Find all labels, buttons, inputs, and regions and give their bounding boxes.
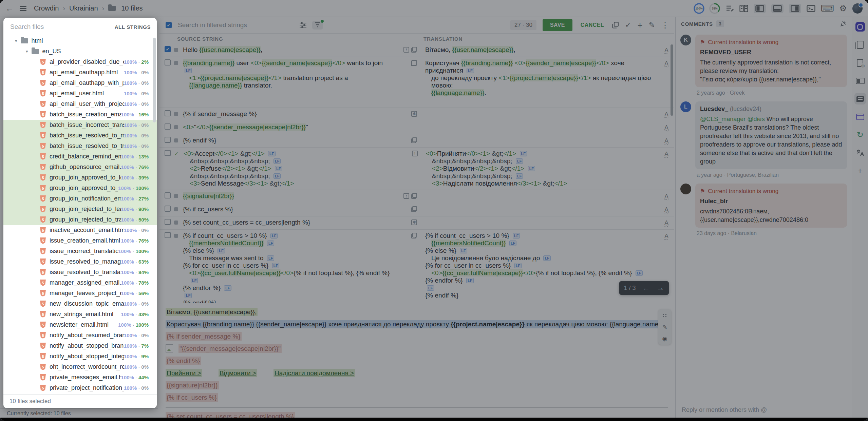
approved-percent: 0% <box>141 385 149 391</box>
file-row[interactable]: 5credit_balance_remind_email.h...100%·13… <box>3 151 157 162</box>
dot-separator: · <box>135 112 137 117</box>
html-file-icon: 5 <box>40 216 46 223</box>
dot-separator: · <box>138 122 140 128</box>
all-strings-button[interactable]: ALL STRINGS <box>115 24 151 30</box>
html-file-icon: 5 <box>40 364 46 370</box>
file-row[interactable]: 5batch_issue_resolved_to_transla...100%·… <box>3 141 157 151</box>
file-row[interactable]: 5github_opensource_email.html100%·76% <box>3 162 157 172</box>
file-row[interactable]: 5api_email_oauthapp_with_projec...100%·0… <box>3 78 157 88</box>
approved-percent: 0% <box>141 101 149 107</box>
dot-separator: · <box>138 133 140 138</box>
file-row[interactable]: 5issue_creation_email.html100%·76% <box>3 235 157 246</box>
file-progress: 100%·16% <box>121 112 157 117</box>
approved-percent: 0% <box>141 91 149 96</box>
file-row[interactable]: 5private_messages_email.html100%·44% <box>3 372 157 383</box>
file-progress: 100%·0% <box>124 332 157 338</box>
file-row[interactable]: 5api_email_user_with_project.html100%·0% <box>3 99 157 109</box>
file-row[interactable]: 5batch_issue_resolved_to_manag...100%·0% <box>3 130 157 141</box>
translated-percent: 100% <box>124 133 137 138</box>
file-row[interactable]: 5api_email_oauthapp.html100%·0% <box>3 67 157 78</box>
folder-row-html[interactable]: ▾html <box>3 36 157 46</box>
file-row[interactable]: 5issue_resolved_to_managers_e...100%·63% <box>3 256 157 267</box>
file-row[interactable]: 5manager_leaves_project_email....100%·56… <box>3 288 157 299</box>
html-file-icon: 5 <box>40 174 46 181</box>
crowdin-editor-window: ← Crowdin › Ukrainian › 10 files 100%35% <box>0 0 868 421</box>
file-progress: 100%·0% <box>124 227 157 233</box>
file-row[interactable]: 5newsletter_email.html100%·100% <box>3 320 157 330</box>
html-file-icon: 5 <box>40 69 46 76</box>
file-row[interactable]: 5inactive_account_email.html100%·0% <box>3 225 157 235</box>
file-progress: 100%·2% <box>124 59 157 65</box>
dot-separator: · <box>138 227 140 233</box>
translated-percent: 100% <box>124 70 137 75</box>
file-progress: 100%·44% <box>121 375 157 380</box>
file-row[interactable]: 5group_join_approved_to_leader...100%·39… <box>3 172 157 183</box>
approved-percent: 56% <box>138 290 149 296</box>
file-row[interactable]: 5new_strings_email.html100%·43% <box>3 309 157 320</box>
file-progress: 100%·78% <box>121 280 157 286</box>
file-name: batch_issue_incorrect_translatio... <box>50 121 124 129</box>
folder-icon <box>21 38 28 43</box>
file-row[interactable]: 5notify_about_stopped_branch_s...100%·7% <box>3 341 157 351</box>
translated-percent: 100% <box>121 112 134 117</box>
file-progress: 100%·56% <box>121 290 157 296</box>
folder-row-en-us[interactable]: ▾en_US <box>3 46 157 57</box>
file-row[interactable]: 5batch_issue_incorrect_translatio...100%… <box>3 120 157 130</box>
approved-percent: 50% <box>138 217 149 223</box>
file-progress: 100%·0% <box>124 133 157 138</box>
html-file-icon: 5 <box>40 206 46 212</box>
approved-percent: 0% <box>141 301 149 307</box>
html-file-icon: 5 <box>40 353 46 360</box>
file-progress: 100%·50% <box>121 217 157 223</box>
file-row[interactable]: 5group_join_rejected_to_leaders....100%·… <box>3 204 157 214</box>
file-progress: 100%·0% <box>124 80 157 86</box>
html-file-icon: 5 <box>40 132 46 139</box>
translated-percent: 100% <box>124 122 137 128</box>
html-file-icon: 5 <box>40 227 46 233</box>
file-name: issue_creation_email.html <box>50 237 121 244</box>
file-row[interactable]: 5issue_incorrect_translation_e...100%·10… <box>3 246 157 256</box>
search-files-input[interactable] <box>10 23 115 31</box>
html-file-icon: 5 <box>40 374 46 381</box>
dot-separator: · <box>135 269 137 275</box>
file-selection-panel: ALL STRINGS ▾html▾en_US5ai_provider_disa… <box>3 18 157 408</box>
html-file-icon: 5 <box>40 164 46 170</box>
file-name: new_strings_email.html <box>50 311 121 318</box>
html-file-icon: 5 <box>40 385 46 391</box>
approved-percent: 0% <box>141 332 149 338</box>
dot-separator: · <box>138 70 140 75</box>
file-row[interactable]: 5ai_provider_disabled_due_error...100%·2… <box>3 57 157 67</box>
caret-down-icon[interactable]: ▾ <box>26 49 28 54</box>
html-file-icon: 5 <box>40 343 46 349</box>
dot-separator: · <box>138 143 140 149</box>
approved-percent: 2% <box>141 59 149 65</box>
html-file-icon: 5 <box>40 311 46 318</box>
file-scrollbar-thumb[interactable] <box>153 38 156 122</box>
file-tree: ▾html▾en_US5ai_provider_disabled_due_err… <box>3 36 157 394</box>
file-progress: 100%·0% <box>124 143 157 149</box>
translated-percent: 100% <box>124 101 137 107</box>
file-row[interactable]: 5notify_about_stopped_integratio...100%·… <box>3 351 157 362</box>
file-row[interactable]: 5new_discussion_topic_email.html100%·0% <box>3 299 157 309</box>
dot-separator: · <box>135 175 137 180</box>
dot-separator: · <box>138 353 140 359</box>
translated-percent: 100% <box>121 206 134 212</box>
file-row[interactable]: 5private_project_notification_ema...100%… <box>3 383 157 393</box>
file-progress: 100%·9% <box>124 353 157 359</box>
caret-down-icon[interactable]: ▾ <box>15 38 17 43</box>
file-row[interactable]: 5manager_assigned_email.html100%·78% <box>3 278 157 288</box>
file-row[interactable]: 5api_email_user.html100%·0% <box>3 88 157 99</box>
file-row[interactable]: 5oht_incorrect_wordcount_reque...100%·0% <box>3 362 157 372</box>
file-row[interactable]: 5group_join_approved_to_transl...100%·10… <box>3 183 157 193</box>
file-row[interactable]: 5group_join_rejected_to_translat...100%·… <box>3 214 157 225</box>
dot-separator: · <box>138 301 140 307</box>
approved-percent: 0% <box>141 133 149 138</box>
file-row[interactable]: 5group_join_notification_email.h...100%·… <box>3 193 157 204</box>
file-row[interactable]: 5issue_resolved_to_translator_e...100%·8… <box>3 267 157 278</box>
approved-percent: 100% <box>136 322 149 328</box>
translated-percent: 100% <box>121 217 134 223</box>
file-progress: 100%·0% <box>124 101 157 107</box>
file-row[interactable]: 5notify_about_resumed_branch_s...100%·0% <box>3 330 157 341</box>
translated-percent: 100% <box>124 385 137 391</box>
file-row[interactable]: 5batch_issue_creation_email.html100%·16% <box>3 109 157 120</box>
